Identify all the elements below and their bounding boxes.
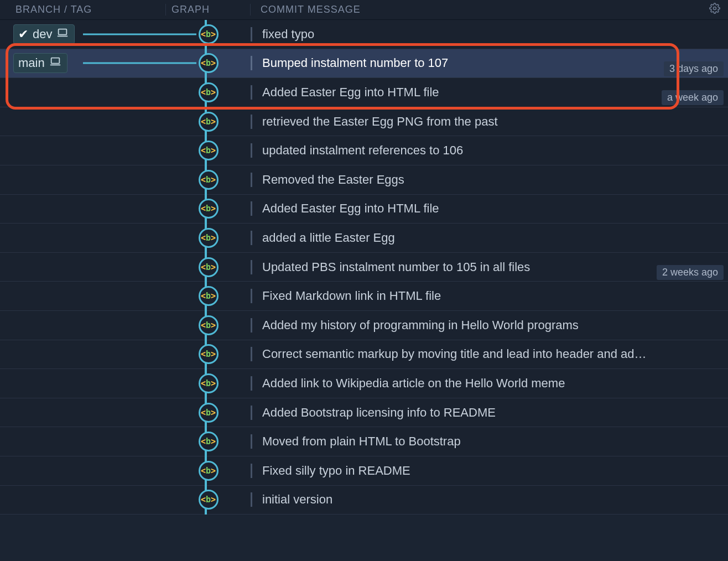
commit-node[interactable]: <b> [199, 490, 219, 510]
commit-node[interactable]: <b> [199, 82, 219, 102]
node-gt: > [211, 349, 216, 359]
branch-label: main [18, 56, 45, 70]
commit-node[interactable]: <b> [199, 403, 219, 423]
graph-cell: <b> [166, 432, 251, 451]
node-b: b [206, 233, 211, 243]
svg-point-0 [714, 7, 716, 10]
commit-node[interactable]: <b> [199, 141, 219, 160]
commit-node[interactable]: <b> [199, 228, 219, 248]
node-b: b [206, 87, 211, 97]
commit-message: Bumped instalment number to 107 [251, 56, 728, 70]
graph-cell: <b> [166, 315, 251, 335]
time-badge: a week ago [662, 90, 724, 105]
commit-node[interactable]: <b> [199, 24, 219, 44]
commit-message: Added Easter Egg into HTML file [251, 201, 728, 216]
node-gt: > [211, 204, 216, 214]
node-lt: < [201, 466, 206, 476]
node-lt: < [201, 262, 206, 272]
commit-row[interactable]: <b>Removed the Easter Eggs [0, 165, 728, 195]
graph-cell: <b> [166, 199, 251, 219]
graph-cell: <b> [166, 344, 251, 364]
git-history-panel: BRANCH / TAG GRAPH COMMIT MESSAGE ✔dev<b… [0, 0, 728, 515]
commit-row[interactable]: <b>Added Easter Egg into HTML file [0, 195, 728, 224]
commit-node[interactable]: <b> [199, 53, 219, 73]
node-lt: < [201, 495, 206, 505]
commit-message: Removed the Easter Eggs [251, 173, 728, 187]
graph-cell: <b> [166, 228, 251, 248]
commit-message: Correct semantic markup by moving title … [251, 347, 728, 361]
node-b: b [206, 146, 211, 155]
commit-row[interactable]: main<b>Bumped instalment number to 107 [0, 49, 728, 79]
node-gt: > [211, 117, 216, 127]
commit-row[interactable]: ✔dev<b>fixed typo [0, 20, 728, 49]
commit-row[interactable]: <b>Added Easter Egg into HTML file [0, 78, 728, 107]
node-lt: < [201, 291, 206, 301]
node-gt: > [211, 233, 216, 243]
commit-row[interactable]: <b>Fixed Markdown link in HTML file [0, 282, 728, 311]
commit-row[interactable]: <b>Fixed silly typo in README [0, 456, 728, 486]
commit-message: Added Bootstrap licensing info to README [251, 406, 728, 420]
graph-cell: <b> [166, 24, 251, 44]
commit-node[interactable]: <b> [199, 112, 219, 132]
header-graph: GRAPH [166, 4, 251, 15]
commit-row[interactable]: <b>Correct semantic markup by moving tit… [0, 340, 728, 370]
header-commit-msg-label: COMMIT MESSAGE [261, 4, 361, 15]
header-commit-msg: COMMIT MESSAGE [251, 3, 728, 17]
branch-tag-dev[interactable]: ✔dev [13, 24, 75, 44]
commit-row[interactable]: <b>added a little Easter Egg [0, 224, 728, 253]
node-b: b [206, 466, 211, 476]
commit-message: initial version [251, 492, 728, 507]
commit-message: Added link to Wikipedia article on the H… [251, 376, 728, 391]
commit-message: Added my history of programming in Hello… [251, 318, 728, 333]
svg-rect-2 [51, 58, 59, 64]
commit-row[interactable]: <b>Added my history of programming in He… [0, 311, 728, 340]
node-gt: > [211, 378, 216, 388]
node-lt: < [201, 378, 206, 388]
node-b: b [206, 495, 211, 505]
branch-tag-main[interactable]: main [13, 53, 67, 73]
commit-rows: ✔dev<b>fixed typo3 days agomain<b>Bumped… [0, 20, 728, 515]
node-gt: > [211, 437, 216, 446]
commit-node[interactable]: <b> [199, 461, 219, 481]
commit-node[interactable]: <b> [199, 344, 219, 364]
commit-row[interactable]: <b>retrieved the Easter Egg PNG from the… [0, 107, 728, 137]
commit-message: fixed typo [251, 27, 728, 41]
node-lt: < [201, 349, 206, 359]
commit-row[interactable]: <b>initial version [0, 486, 728, 515]
node-gt: > [211, 146, 216, 155]
graph-cell: <b> [166, 461, 251, 481]
node-b: b [206, 262, 211, 272]
branch-label: dev [33, 27, 52, 41]
gear-icon[interactable] [709, 3, 720, 17]
graph-cell: <b> [166, 286, 251, 306]
commit-row[interactable]: <b>Updated PBS instalment number to 105 … [0, 253, 728, 282]
laptop-icon [49, 55, 61, 71]
commit-node[interactable]: <b> [199, 199, 219, 219]
node-gt: > [211, 175, 216, 185]
commit-row[interactable]: <b>Moved from plain HTML to Bootstrap [0, 427, 728, 456]
graph-cell: <b> [166, 257, 251, 277]
node-lt: < [201, 204, 206, 214]
commit-node[interactable]: <b> [199, 373, 219, 393]
node-lt: < [201, 175, 206, 185]
node-lt: < [201, 87, 206, 97]
commit-row[interactable]: <b>updated instalment references to 106 [0, 136, 728, 165]
node-lt: < [201, 29, 206, 39]
commit-row[interactable]: <b>Added link to Wikipedia article on th… [0, 369, 728, 398]
commit-node[interactable]: <b> [199, 257, 219, 277]
node-gt: > [211, 495, 216, 505]
commit-node[interactable]: <b> [199, 170, 219, 190]
node-gt: > [211, 29, 216, 39]
commit-node[interactable]: <b> [199, 315, 219, 335]
time-badge: 3 days ago [664, 61, 724, 76]
node-b: b [206, 117, 211, 127]
node-lt: < [201, 233, 206, 243]
commit-node[interactable]: <b> [199, 286, 219, 306]
history-header: BRANCH / TAG GRAPH COMMIT MESSAGE [0, 0, 728, 20]
commit-node[interactable]: <b> [199, 432, 219, 451]
node-lt: < [201, 117, 206, 127]
commit-row[interactable]: <b>Added Bootstrap licensing info to REA… [0, 398, 728, 428]
node-b: b [206, 29, 211, 39]
node-gt: > [211, 320, 216, 330]
node-b: b [206, 408, 211, 418]
